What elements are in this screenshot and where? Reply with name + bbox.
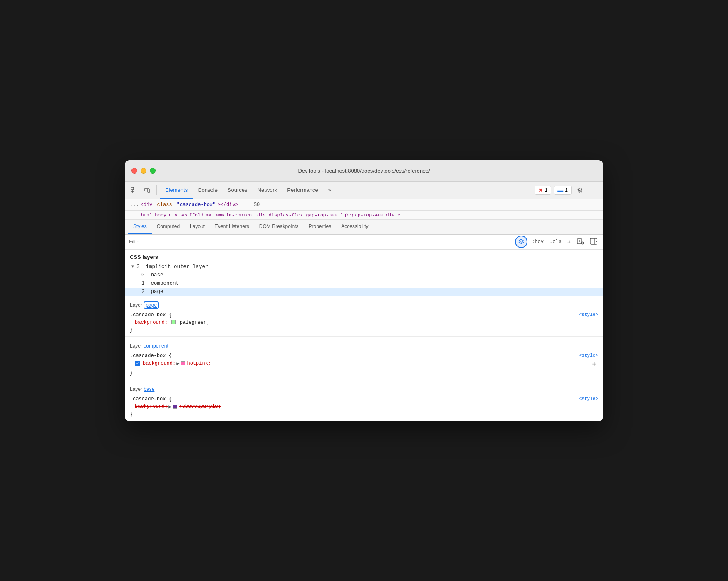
- component-selector: .cascade-box {: [130, 353, 172, 359]
- breadcrumb-html[interactable]: html: [141, 212, 153, 218]
- svg-rect-0: [131, 187, 134, 190]
- base-rule-block: Layer base .cascade-box { <style> backgr…: [125, 380, 603, 421]
- settings-button[interactable]: ⚙: [574, 184, 586, 196]
- base-property-group: background: ▶ rebeccapurple;: [135, 404, 221, 410]
- sidebar-toggle-button[interactable]: [588, 237, 599, 247]
- hov-button[interactable]: :hov: [530, 238, 545, 246]
- title-bar: DevTools - localhost:8080/docs/devtools/…: [125, 160, 603, 182]
- tab-elements[interactable]: Elements: [160, 181, 193, 199]
- layer-page-item[interactable]: 2: page: [125, 288, 603, 296]
- device-toolbar-button[interactable]: [141, 184, 153, 196]
- message-icon: ▬: [557, 187, 563, 194]
- breadcrumb-div-scaffold[interactable]: div.scaffold: [169, 212, 203, 218]
- breadcrumb-trailing-dots[interactable]: ...: [403, 212, 411, 218]
- layer-component-link[interactable]: component: [144, 343, 168, 349]
- component-css-value: hotpink;: [187, 360, 211, 366]
- filter-actions: :hov .cls +: [515, 236, 599, 248]
- panel-tab-styles[interactable]: Styles: [128, 219, 152, 234]
- breadcrumb-div-flex[interactable]: div.display-flex.gap-top-300.lg\:gap-top…: [257, 212, 384, 218]
- toolbar-divider: [156, 185, 157, 195]
- component-close-brace: }: [130, 370, 133, 376]
- page-property: background: palegreen;: [135, 320, 210, 325]
- dom-path-dots: ...: [130, 202, 139, 208]
- error-icon: ✖: [538, 187, 543, 194]
- layer-page-link[interactable]: page: [144, 301, 159, 309]
- component-arrow: ▶: [176, 360, 179, 367]
- tab-sources[interactable]: Sources: [223, 181, 253, 199]
- component-property-group: ✓ background: ▶ hotpink;: [135, 360, 211, 367]
- property-checkbox[interactable]: ✓: [135, 361, 140, 366]
- tab-network[interactable]: Network: [253, 181, 282, 199]
- panel-tab-properties[interactable]: Properties: [304, 219, 337, 234]
- layer-3-item[interactable]: ▼ 3: implicit outer layer: [125, 263, 603, 271]
- layer-component-heading: Layer component: [125, 340, 603, 352]
- component-rule-block: Layer component .cascade-box { <style> ✓…: [125, 337, 603, 380]
- page-css-value: palegreen;: [180, 320, 210, 325]
- panel-tab-dom-breakpoints[interactable]: DOM Breakpoints: [254, 219, 304, 234]
- panel-tab-computed[interactable]: Computed: [152, 219, 185, 234]
- base-css-value: rebeccapurple;: [179, 404, 221, 410]
- breadcrumb-bar: ... html body div.scaffold main#main-con…: [125, 211, 603, 220]
- add-style-button[interactable]: +: [566, 238, 572, 246]
- hotpink-swatch[interactable]: [181, 361, 185, 365]
- panel-tab-accessibility[interactable]: Accessibility: [336, 219, 373, 234]
- toolbar-right: ✖ 1 ▬ 1 ⚙ ⋮: [535, 184, 600, 196]
- cls-button[interactable]: .cls: [548, 238, 563, 246]
- dom-dollar: $0: [254, 202, 260, 208]
- page-rule-block: Layer page .cascade-box { <style> backgr…: [125, 296, 603, 337]
- palegreen-swatch[interactable]: [171, 320, 176, 324]
- breadcrumb-div-c[interactable]: div.c: [386, 212, 401, 218]
- page-close-brace: }: [130, 327, 133, 333]
- page-rule-close-line: }: [125, 326, 603, 334]
- more-options-button[interactable]: ⋮: [588, 184, 600, 196]
- breadcrumb-body[interactable]: body: [155, 212, 166, 218]
- component-css-property: background:: [143, 360, 176, 366]
- base-rule-close-line: }: [125, 411, 603, 418]
- page-source-link[interactable]: <style>: [579, 312, 598, 317]
- minimize-button[interactable]: [141, 168, 146, 174]
- panel-tab-layout[interactable]: Layout: [185, 219, 210, 234]
- layer-base-link[interactable]: base: [144, 386, 154, 392]
- base-color-swatch[interactable]: [172, 404, 178, 410]
- error-badge[interactable]: ✖ 1: [535, 186, 552, 195]
- message-badge[interactable]: ▬ 1: [554, 186, 572, 195]
- panel-tabs: Styles Computed Layout Event Listeners D…: [125, 220, 603, 235]
- base-source-link[interactable]: <style>: [579, 396, 598, 401]
- svg-rect-5: [577, 239, 582, 244]
- filter-input[interactable]: [129, 239, 512, 245]
- page-rule-property-line: background: palegreen;: [125, 319, 603, 326]
- close-button[interactable]: [131, 168, 137, 174]
- window-title: DevTools - localhost:8080/docs/devtools/…: [298, 168, 430, 174]
- rebeccapurple-swatch[interactable]: [173, 405, 177, 409]
- layer-page-heading: Layer page: [125, 299, 603, 311]
- more-icon: ⋮: [591, 186, 597, 194]
- layer-base-item[interactable]: 0: base: [125, 271, 603, 279]
- component-source-link[interactable]: <style>: [579, 353, 598, 358]
- layer-component-item[interactable]: 1: component: [125, 279, 603, 288]
- panel-tab-event-listeners[interactable]: Event Listeners: [210, 219, 254, 234]
- base-rule-selector-line: .cascade-box { <style>: [125, 395, 603, 403]
- base-css-property: background:: [135, 404, 168, 410]
- devtools-window: DevTools - localhost:8080/docs/devtools/…: [125, 160, 603, 421]
- component-rule-selector-line: .cascade-box { <style>: [125, 352, 603, 360]
- new-style-rule-button[interactable]: [575, 237, 586, 247]
- maximize-button[interactable]: [150, 168, 156, 174]
- tab-more[interactable]: »: [323, 181, 336, 199]
- styles-panel: CSS layers ▼ 3: implicit outer layer 0: …: [125, 250, 603, 421]
- breadcrumb-dots[interactable]: ...: [130, 212, 139, 218]
- tab-performance[interactable]: Performance: [282, 181, 323, 199]
- collapse-arrow-icon: ▼: [131, 264, 134, 269]
- inspect-element-button[interactable]: [128, 184, 140, 196]
- base-selector: .cascade-box {: [130, 396, 172, 402]
- page-color-swatch[interactable]: [171, 320, 179, 325]
- component-rule-close-line: }: [125, 370, 603, 377]
- breadcrumb-main[interactable]: main#main-content: [206, 212, 255, 218]
- filter-bar: :hov .cls +: [125, 235, 603, 250]
- page-selector: .cascade-box {: [130, 312, 172, 318]
- css-layers-button[interactable]: [515, 236, 527, 248]
- add-property-button[interactable]: +: [590, 360, 598, 369]
- dom-eq: ==: [240, 202, 252, 208]
- component-color-swatch[interactable]: [180, 360, 186, 366]
- tab-console[interactable]: Console: [193, 181, 223, 199]
- gear-icon: ⚙: [577, 186, 583, 194]
